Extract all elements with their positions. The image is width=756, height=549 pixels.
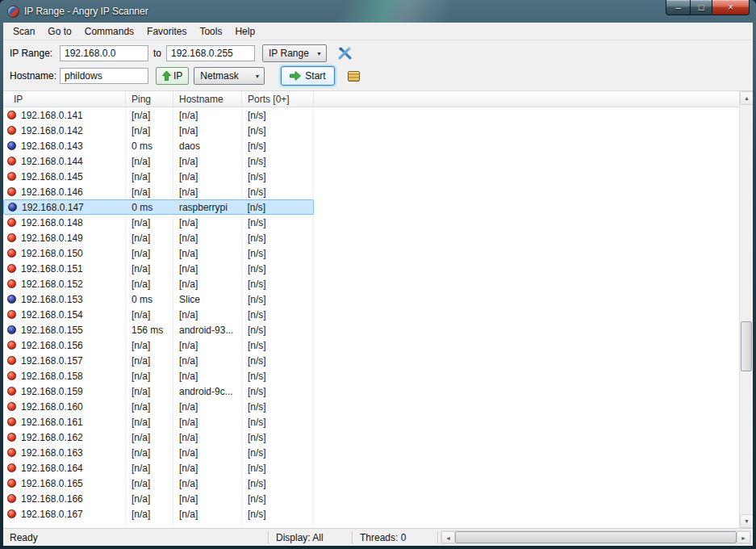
- table-row[interactable]: 192.168.0.148 [n/a] [n/a] [n/s]: [3, 215, 314, 230]
- hostname-cell: [n/a]: [173, 340, 242, 351]
- scroll-right-icon[interactable]: ►: [737, 531, 750, 543]
- scroll-left-icon[interactable]: ◄: [441, 531, 455, 543]
- start-button[interactable]: Start: [281, 66, 334, 86]
- table-row[interactable]: 192.168.0.156 [n/a] [n/a] [n/s]: [3, 337, 314, 353]
- preferences-icon: [338, 47, 352, 61]
- ip-from-input[interactable]: [60, 45, 148, 61]
- ip-address: 192.168.0.164: [21, 463, 83, 474]
- table-row[interactable]: 192.168.0.163 [n/a] [n/a] [n/s]: [3, 445, 314, 460]
- table-row[interactable]: 192.168.0.143 0 ms daos [n/s]: [3, 138, 314, 153]
- host-status-icon: [7, 417, 16, 426]
- menu-item[interactable]: Scan: [6, 23, 41, 40]
- table-row[interactable]: 192.168.0.162 [n/a] [n/a] [n/s]: [3, 430, 314, 445]
- table-row[interactable]: 192.168.0.164 [n/a] [n/a] [n/s]: [3, 460, 314, 476]
- table-row[interactable]: 192.168.0.151 [n/a] [n/a] [n/s]: [3, 261, 314, 276]
- table-row[interactable]: 192.168.0.165 [n/a] [n/a] [n/s]: [3, 476, 314, 491]
- horizontal-scrollbar[interactable]: ◄ ►: [441, 530, 751, 544]
- maximize-button[interactable]: □: [690, 0, 712, 15]
- column-header-hostname[interactable]: Hostname: [173, 91, 242, 107]
- client-area: Scan Go to Commands Favorites Tools Help…: [3, 23, 753, 546]
- table-row[interactable]: 192.168.0.154 [n/a] [n/a] [n/s]: [3, 307, 314, 322]
- table-row[interactable]: 192.168.0.155 156 ms android-93... [n/s]: [3, 322, 314, 337]
- host-status-icon: [7, 141, 16, 150]
- ping-cell: [n/a]: [126, 478, 173, 489]
- close-button[interactable]: ×: [712, 0, 750, 15]
- vertical-scrollbar[interactable]: ▲ ▼: [739, 91, 753, 528]
- netmask-select-value: Netmask: [200, 70, 238, 82]
- ports-cell: [n/s]: [242, 447, 314, 459]
- ip-address: 192.168.0.156: [21, 340, 83, 351]
- ports-cell: [n/s]: [242, 279, 314, 290]
- ports-cell: [n/s]: [242, 110, 314, 121]
- table-row[interactable]: 192.168.0.147 0 ms raspberrypi [n/s]: [3, 199, 314, 215]
- ip-range-label: IP Range:: [10, 48, 60, 59]
- window-title: IP Range - Angry IP Scanner: [24, 6, 148, 17]
- host-status-icon: [7, 509, 16, 518]
- ip-cell: 192.168.0.161: [3, 417, 126, 428]
- scroll-down-icon[interactable]: ▼: [740, 514, 753, 528]
- app-icon: [7, 6, 19, 18]
- minimize-button[interactable]: –: [666, 0, 690, 15]
- fetchers-button[interactable]: [345, 66, 364, 86]
- table-row[interactable]: 192.168.0.150 [n/a] [n/a] [n/s]: [3, 245, 314, 261]
- horizontal-scrollbar-thumb[interactable]: [455, 531, 737, 543]
- ping-cell: [n/a]: [126, 340, 173, 351]
- ip-cell: 192.168.0.148: [3, 217, 126, 228]
- table-row[interactable]: 192.168.0.158 [n/a] [n/a] [n/s]: [3, 368, 314, 383]
- ip-address: 192.168.0.145: [21, 171, 83, 182]
- ip-to-input[interactable]: [166, 45, 255, 61]
- menu-item[interactable]: Go to: [41, 23, 77, 40]
- host-status-icon: [7, 448, 16, 457]
- menu-item[interactable]: Tools: [193, 23, 228, 40]
- menu-item[interactable]: Favorites: [140, 23, 193, 40]
- host-status-icon: [8, 203, 17, 212]
- table-row[interactable]: 192.168.0.149 [n/a] [n/a] [n/s]: [3, 230, 314, 245]
- hostname-cell: [n/a]: [173, 110, 242, 121]
- fetchers-icon: [348, 71, 360, 82]
- ip-cell: 192.168.0.155: [3, 325, 126, 336]
- menu-item[interactable]: Help: [228, 23, 261, 40]
- table-row[interactable]: 192.168.0.153 0 ms Slice [n/s]: [3, 291, 314, 307]
- table-row[interactable]: 192.168.0.167 [n/a] [n/a] [n/s]: [3, 506, 314, 522]
- hostname-cell: daos: [173, 140, 242, 152]
- ping-cell: 156 ms: [126, 325, 173, 336]
- host-status-icon: [7, 264, 16, 273]
- hostname-cell: [n/a]: [173, 509, 242, 520]
- feed-select[interactable]: IP Range ▼: [262, 44, 327, 62]
- table-row[interactable]: 192.168.0.157 [n/a] [n/a] [n/s]: [3, 353, 314, 368]
- ip-address: 192.168.0.152: [21, 279, 83, 290]
- table-row[interactable]: 192.168.0.160 [n/a] [n/a] [n/s]: [3, 399, 314, 414]
- table-row[interactable]: 192.168.0.144 [n/a] [n/a] [n/s]: [3, 153, 314, 169]
- table-row[interactable]: 192.168.0.142 [n/a] [n/a] [n/s]: [3, 123, 314, 138]
- table-row[interactable]: 192.168.0.152 [n/a] [n/a] [n/s]: [3, 276, 314, 291]
- table-row[interactable]: 192.168.0.166 [n/a] [n/a] [n/s]: [3, 491, 314, 506]
- hostname-label: Hostname:: [10, 70, 60, 82]
- ip-cell: 192.168.0.157: [3, 355, 126, 367]
- ping-cell: 0 ms: [126, 202, 173, 213]
- feed-select-value: IP Range: [269, 48, 309, 59]
- ip-up-button[interactable]: IP: [156, 67, 189, 85]
- hostname-input[interactable]: [60, 68, 148, 84]
- host-status-icon: [7, 295, 16, 304]
- table-row[interactable]: 192.168.0.161 [n/a] [n/a] [n/s]: [3, 414, 314, 430]
- table-row[interactable]: 192.168.0.146 [n/a] [n/a] [n/s]: [3, 184, 314, 199]
- table-row[interactable]: 192.168.0.159 [n/a] android-9c... [n/s]: [3, 383, 314, 399]
- menu-item[interactable]: Commands: [78, 23, 140, 40]
- preferences-button[interactable]: [335, 44, 354, 63]
- column-header-ping[interactable]: Ping: [126, 91, 173, 107]
- scroll-up-icon[interactable]: ▲: [740, 91, 753, 105]
- column-header-ip[interactable]: IP: [3, 91, 126, 107]
- ports-cell: [n/s]: [242, 371, 314, 382]
- column-header-ports[interactable]: Ports [0+]: [242, 91, 314, 107]
- status-ready: Ready: [3, 532, 268, 543]
- ports-cell: [n/s]: [242, 509, 314, 520]
- ip-address: 192.168.0.167: [21, 509, 83, 520]
- table-row[interactable]: 192.168.0.145 [n/a] [n/a] [n/s]: [3, 169, 314, 184]
- table-row[interactable]: 192.168.0.141 [n/a] [n/a] [n/s]: [3, 107, 314, 123]
- host-status-icon: [7, 494, 16, 503]
- ping-cell: [n/a]: [126, 217, 173, 228]
- netmask-select[interactable]: Netmask ▼: [194, 67, 265, 85]
- vertical-scrollbar-thumb[interactable]: [741, 321, 752, 371]
- ip-address: 192.168.0.144: [21, 156, 83, 167]
- hostname-cell: [n/a]: [173, 263, 242, 274]
